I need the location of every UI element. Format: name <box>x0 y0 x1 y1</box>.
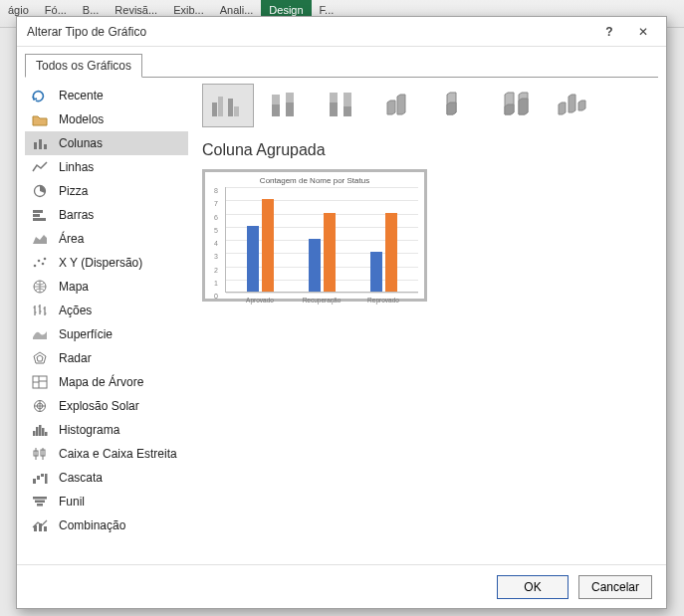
dialog-body: RecenteModelosColunasLinhasPizzaBarrasÁr… <box>25 77 658 564</box>
sidebar-item-sunburst[interactable]: Explosão Solar <box>25 394 188 418</box>
svg-rect-5 <box>33 214 40 217</box>
sidebar-item-recent[interactable]: Recente <box>25 84 188 107</box>
bar <box>324 213 336 293</box>
y-tick-label: 5 <box>214 226 218 233</box>
3d-stacked100-icon <box>497 89 537 123</box>
funnel-icon <box>31 494 49 510</box>
sidebar-item-scatter[interactable]: X Y (Dispersão) <box>25 251 188 275</box>
combo-icon <box>31 517 49 533</box>
bar <box>370 252 382 292</box>
sidebar-item-label: X Y (Dispersão) <box>59 256 142 270</box>
svg-rect-0 <box>34 142 37 149</box>
gridline <box>226 187 418 188</box>
subtype-stacked[interactable] <box>260 84 312 127</box>
sidebar-item-radar[interactable]: Radar <box>25 346 188 370</box>
svg-rect-24 <box>39 425 42 436</box>
svg-rect-44 <box>234 106 239 116</box>
bar <box>385 213 397 293</box>
titlebar: Alterar Tipo de Gráfico ? ✕ <box>17 17 666 47</box>
line-icon <box>31 159 49 175</box>
sidebar-item-label: Modelos <box>59 112 104 126</box>
svg-rect-48 <box>286 103 294 116</box>
3d-clustered-icon <box>381 89 421 123</box>
sidebar-item-stock[interactable]: Ações <box>25 299 188 322</box>
subtype-3d-stacked[interactable] <box>433 84 485 127</box>
sidebar-item-label: Ações <box>59 304 92 317</box>
y-tick-label: 8 <box>214 187 218 194</box>
help-button[interactable]: ? <box>592 20 626 44</box>
y-tick-label: 1 <box>214 279 218 286</box>
svg-point-10 <box>44 258 47 261</box>
preview-plot-area: 012345678AprovadoRecuperaçãoReprovado <box>225 187 418 293</box>
subtype-heading: Coluna Agrupada <box>202 141 654 159</box>
scatter-icon <box>31 255 49 271</box>
sidebar-item-label: Combinação <box>59 518 125 532</box>
sidebar-item-boxwhisker[interactable]: Caixa e Caixa Estreita <box>25 442 188 466</box>
svg-rect-25 <box>42 428 45 436</box>
preview-chart-title: Contagem de Nome por Status <box>211 176 418 185</box>
3d-column-icon <box>555 89 594 123</box>
ok-button[interactable]: OK <box>497 575 569 599</box>
sidebar-item-treemap[interactable]: Mapa de Árvore <box>25 370 188 394</box>
x-tick-label: Aprovado <box>238 297 282 304</box>
svg-rect-34 <box>45 474 48 484</box>
sidebar-item-surface[interactable]: Superfície <box>25 322 188 346</box>
y-tick-label: 3 <box>214 253 218 260</box>
change-chart-type-dialog: Alterar Tipo de Gráfico ? ✕ Todos os Grá… <box>16 16 667 609</box>
svg-rect-6 <box>33 218 46 221</box>
sidebar-item-waterfall[interactable]: Cascata <box>25 466 188 490</box>
svg-rect-43 <box>228 99 233 116</box>
bar-group: Recuperação <box>300 213 343 293</box>
dialog-footer: OK Cancelar <box>17 564 666 608</box>
tab-all-charts[interactable]: Todos os Gráficos <box>25 54 142 78</box>
subtype-3d-clustered[interactable] <box>375 84 427 127</box>
bar-group: Aprovado <box>238 199 282 292</box>
svg-rect-26 <box>45 432 48 436</box>
sidebar-item-map[interactable]: Mapa <box>25 275 188 299</box>
y-tick-label: 7 <box>214 200 218 207</box>
gridline <box>226 293 418 294</box>
subtype-3d-stacked100[interactable] <box>491 84 543 127</box>
stacked100-icon <box>324 89 363 123</box>
folder-icon <box>31 111 49 127</box>
svg-rect-32 <box>37 476 40 480</box>
bar-group: Reprovado <box>361 213 405 293</box>
sidebar-item-combo[interactable]: Combinação <box>25 513 188 537</box>
sidebar-item-bar[interactable]: Barras <box>25 203 188 227</box>
svg-rect-2 <box>44 144 47 149</box>
area-icon <box>31 231 49 247</box>
subtype-3d-column[interactable] <box>549 84 600 127</box>
subtype-stacked100[interactable] <box>318 84 369 127</box>
dialog-tabstrip: Todos os Gráficos <box>17 47 666 77</box>
clustered-icon <box>208 89 248 123</box>
sidebar-item-pie[interactable]: Pizza <box>25 179 188 203</box>
chart-subtype-row <box>202 84 654 127</box>
sidebar-item-area[interactable]: Área <box>25 227 188 251</box>
subtype-clustered[interactable] <box>202 84 254 127</box>
svg-rect-1 <box>39 139 42 149</box>
svg-rect-46 <box>272 104 280 116</box>
chart-preview[interactable]: Contagem de Nome por Status 012345678Apr… <box>202 169 427 302</box>
sidebar-item-column[interactable]: Colunas <box>25 131 188 155</box>
map-icon <box>31 279 49 295</box>
sidebar-item-label: Área <box>59 232 84 246</box>
cancel-button[interactable]: Cancelar <box>578 575 652 599</box>
bar <box>247 226 259 292</box>
svg-rect-36 <box>35 501 45 504</box>
sidebar-item-line[interactable]: Linhas <box>25 155 188 179</box>
close-button[interactable]: ✕ <box>626 20 660 44</box>
sidebar-item-label: Pizza <box>59 184 88 198</box>
dialog-title: Alterar Tipo de Gráfico <box>27 25 592 39</box>
svg-rect-33 <box>41 474 44 477</box>
sidebar-item-templates[interactable]: Modelos <box>25 107 188 131</box>
bar <box>262 199 274 292</box>
svg-rect-42 <box>218 97 223 116</box>
sidebar-item-funnel[interactable]: Funil <box>25 490 188 513</box>
sidebar-item-histogram[interactable]: Histograma <box>25 418 188 442</box>
sidebar-item-label: Cascata <box>59 471 103 485</box>
sidebar-item-label: Histograma <box>59 423 119 437</box>
surface-icon <box>31 326 49 342</box>
sidebar-item-label: Mapa <box>59 280 89 294</box>
y-tick-label: 4 <box>214 240 218 247</box>
treemap-icon <box>31 374 49 390</box>
